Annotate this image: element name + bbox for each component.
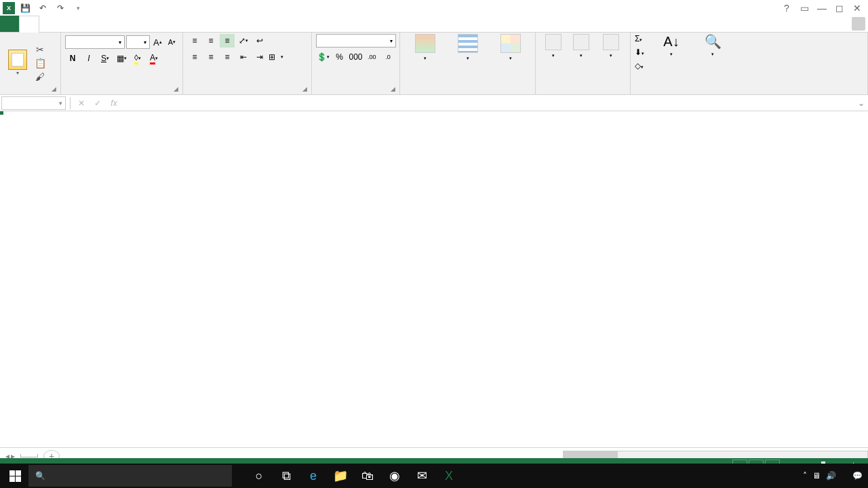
borders-button[interactable]: ▦▾ [114,52,129,65]
dialog-launcher-icon[interactable]: ◢ [302,86,309,92]
ribbon-options-icon[interactable]: ▭ [796,2,812,14]
merge-button[interactable]: ⊞▾ [269,52,283,62]
underline-button[interactable]: S▾ [98,52,113,65]
paste-icon [8,50,27,70]
title-bar: X 💾 ↶ ↷ ▾ ? ▭ — ◻ ✕ [0,0,868,16]
file-explorer-icon[interactable]: 📁 [328,464,353,488]
increase-decimal-icon[interactable]: .00 [364,50,379,64]
start-button[interactable] [3,464,27,488]
group-label [187,92,307,94]
paste-button[interactable]: ▾ [4,50,31,76]
tray-network-icon[interactable]: 🖥 [812,471,821,481]
percent-icon[interactable]: % [332,50,347,64]
increase-indent-icon[interactable]: ⇥ [252,50,267,64]
expand-formula-bar-icon[interactable]: ⌄ [854,98,868,108]
cell-styles-button[interactable]: ▾ [490,34,531,61]
tab-review[interactable] [115,16,134,32]
undo-icon[interactable]: ↶ [35,1,50,16]
qat-dropdown-icon[interactable]: ▾ [71,1,85,16]
task-view-icon[interactable]: ⧉ [274,464,298,488]
wrap-text-button[interactable]: ↩ [256,36,266,45]
cancel-formula-icon[interactable]: ✕ [73,98,90,108]
accounting-format-icon[interactable]: 💲▾ [316,50,331,64]
window-controls: ? ▭ — ◻ ✕ [778,2,865,14]
tab-formulas[interactable] [77,16,96,32]
edge-icon[interactable]: e [301,464,326,488]
format-as-table-button[interactable]: ▾ [447,34,488,61]
tray-chevron-icon[interactable]: ˄ [803,471,807,481]
excel-taskbar-icon[interactable]: X [437,464,461,488]
autosum-icon[interactable]: Σ▾ [635,34,650,46]
increase-font-icon[interactable]: A▴ [151,35,164,49]
font-color-button[interactable]: A▾ [146,52,161,65]
align-center-icon[interactable]: ≡ [203,50,218,64]
name-box[interactable]: ▾ [1,96,66,110]
align-top-icon[interactable]: ≡ [187,34,202,48]
font-name-select[interactable]: ▾ [65,35,125,49]
delete-icon [573,34,589,50]
minimize-icon[interactable]: — [814,2,830,14]
align-middle-icon[interactable]: ≡ [203,34,218,48]
delete-cells-button[interactable]: ▾ [568,34,594,58]
notifications-icon[interactable]: 💬 [852,471,863,481]
conditional-formatting-button[interactable]: ▾ [404,34,446,61]
save-icon[interactable]: 💾 [18,1,33,16]
group-styles: ▾ ▾ ▾ [400,33,536,94]
clear-icon[interactable]: ◇▾ [635,61,650,73]
copy-icon[interactable]: 📋 [33,57,47,69]
font-size-select[interactable]: ▾ [126,35,149,49]
spreadsheet-grid[interactable] [0,111,868,447]
avatar-icon [852,17,865,31]
dialog-launcher-icon[interactable]: ◢ [174,86,180,92]
tray-volume-icon[interactable]: 🔊 [826,471,836,481]
find-select-button[interactable]: 🔍▾ [693,34,732,57]
fill-color-button[interactable]: ◊▾ [130,52,145,65]
cut-icon[interactable]: ✂ [33,43,47,56]
close-icon[interactable]: ✕ [849,2,865,14]
formula-input[interactable] [122,96,854,110]
insert-cells-button[interactable]: ▾ [540,34,566,58]
formula-bar: ▾ ✕ ✓ fx ⌄ [0,95,868,111]
tab-view[interactable] [134,16,153,32]
align-right-icon[interactable]: ≡ [220,50,235,64]
dialog-launcher-icon[interactable]: ◢ [52,86,58,92]
chrome-icon[interactable]: ◉ [382,464,407,488]
group-label [4,92,56,94]
tab-insert[interactable] [39,16,58,32]
insert-function-icon[interactable]: fx [106,98,122,108]
format-cells-button[interactable]: ▾ [595,34,626,58]
insert-icon [545,34,561,50]
account-button[interactable] [849,16,868,32]
italic-button[interactable]: I [81,52,96,65]
help-icon[interactable]: ? [778,2,795,14]
align-left-icon[interactable]: ≡ [187,50,202,64]
table-icon [458,34,478,53]
group-alignment: ≡ ≡ ≡ ⤢▾ ↩ ≡ ≡ ≡ ⇤ ⇥ ⊞▾ ◢ [183,33,312,94]
sort-filter-button[interactable]: A↓▾ [652,34,690,57]
format-painter-icon[interactable]: 🖌 [33,71,47,83]
taskbar-search[interactable]: 🔍 [28,465,232,487]
mail-icon[interactable]: ✉ [410,464,434,488]
tab-home[interactable] [19,16,39,33]
tab-layout[interactable] [58,16,77,32]
store-icon[interactable]: 🛍 [355,464,380,488]
orientation-icon[interactable]: ⤢▾ [236,34,251,48]
decrease-decimal-icon[interactable]: .0 [380,50,395,64]
format-icon [603,34,619,50]
tab-file[interactable] [0,16,19,32]
align-bottom-icon[interactable]: ≡ [220,34,235,48]
decrease-font-icon[interactable]: A▾ [165,35,178,49]
comma-icon[interactable]: 000 [349,50,363,64]
enter-formula-icon[interactable]: ✓ [90,98,106,108]
fill-icon[interactable]: ⬇▾ [635,48,650,60]
number-format-select[interactable]: ▾ [316,34,396,48]
bold-button[interactable]: N [65,52,80,65]
group-clipboard: ▾ ✂ 📋 🖌 ◢ [0,33,61,94]
cortana-icon[interactable]: ○ [247,464,271,488]
maximize-icon[interactable]: ◻ [831,2,848,14]
tab-data[interactable] [96,16,115,32]
redo-icon[interactable]: ↷ [53,1,68,16]
sheet-tab[interactable] [20,454,38,457]
decrease-indent-icon[interactable]: ⇤ [236,50,251,64]
dialog-launcher-icon[interactable]: ◢ [391,86,397,92]
